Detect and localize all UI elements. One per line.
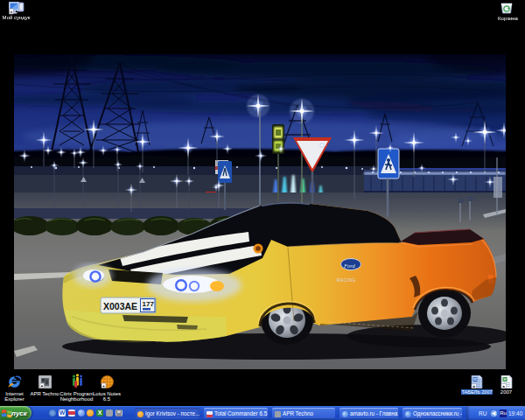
svg-text:RACING: RACING — [337, 277, 356, 283]
svg-text:Ford: Ford — [343, 262, 356, 269]
svg-text:177: 177 — [143, 300, 155, 308]
svg-text:Х003АЕ: Х003АЕ — [103, 301, 137, 312]
